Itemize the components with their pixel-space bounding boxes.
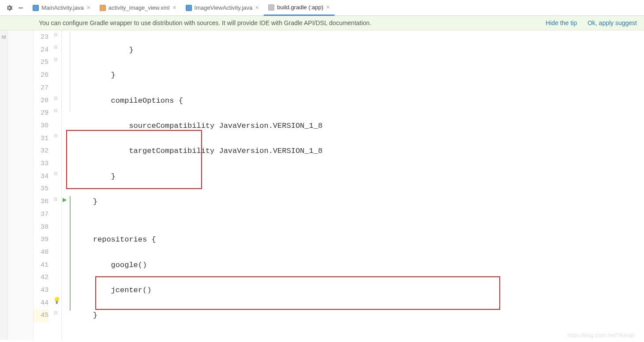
- xml-file-icon: [100, 5, 106, 11]
- gutter-icons: ⊟ ⊟ ⊟ ⊟ ⊟ ⊟ ⊟ ⊟ ⊟ 💡: [52, 30, 62, 340]
- fold-icon[interactable]: ⊟: [54, 310, 57, 315]
- hide-tip-link[interactable]: Hide the tip: [546, 19, 577, 26]
- tab-activity-xml[interactable]: activity_image_view.xml ✕: [95, 0, 181, 16]
- tab-main-activity[interactable]: MainActivity.java ✕: [28, 0, 95, 16]
- java-file-icon: [33, 5, 39, 11]
- fold-icon[interactable]: ⊟: [54, 96, 57, 100]
- run-icon[interactable]: ▶: [63, 197, 67, 203]
- tab-bar: MainActivity.java ✕ activity_image_view.…: [28, 0, 335, 16]
- tab-label: activity_image_view.xml: [109, 4, 170, 11]
- tab-label: MainActivity.java: [41, 4, 84, 11]
- project-strip: [8, 30, 34, 340]
- minimize-icon[interactable]: [17, 4, 25, 12]
- gear-icon[interactable]: [5, 4, 13, 12]
- close-icon[interactable]: ✕: [255, 5, 259, 11]
- bulb-icon[interactable]: 💡: [53, 297, 60, 304]
- editor: nl 2324252627282930313233343536373839404…: [0, 30, 644, 340]
- close-icon[interactable]: ✕: [326, 4, 330, 10]
- svg-rect-0: [19, 7, 23, 8]
- tab-label: ImageViewActivity.java: [195, 4, 253, 11]
- left-pad: nl: [0, 30, 8, 340]
- fold-icon[interactable]: ⊟: [54, 133, 57, 138]
- close-icon[interactable]: ✕: [172, 5, 176, 11]
- tip-message: You can configure Gradle wrapper to use …: [39, 19, 371, 26]
- fold-icon[interactable]: ⊟: [54, 171, 57, 176]
- fold-icon[interactable]: ⊟: [54, 108, 57, 113]
- fold-icon[interactable]: ⊟: [54, 45, 57, 49]
- tab-image-view-activity[interactable]: ImageViewActivity.java ✕: [181, 0, 264, 16]
- code-area[interactable]: } } compileOptions { sourceCompatibility…: [73, 30, 644, 340]
- line-numbers: 2324252627282930313233343536373839404142…: [34, 30, 52, 340]
- fold-icon[interactable]: ⊟: [54, 197, 57, 201]
- apply-suggestion-link[interactable]: Ok, apply suggest: [588, 19, 637, 26]
- gradle-file-icon: [268, 4, 274, 11]
- tab-label: build.gradle (:app): [277, 4, 323, 11]
- structure-bar: [69, 30, 73, 340]
- fold-icon[interactable]: ⊟: [54, 32, 57, 37]
- run-gutter: ▶: [62, 30, 69, 340]
- close-icon[interactable]: ✕: [86, 5, 90, 11]
- toolbar: MainActivity.java ✕ activity_image_view.…: [0, 0, 644, 16]
- tip-bar: You can configure Gradle wrapper to use …: [0, 16, 644, 30]
- java-file-icon: [186, 5, 192, 11]
- tab-build-gradle[interactable]: build.gradle (:app) ✕: [264, 0, 335, 16]
- gutter: 2324252627282930313233343536373839404142…: [34, 30, 69, 340]
- fold-icon[interactable]: ⊟: [54, 57, 57, 62]
